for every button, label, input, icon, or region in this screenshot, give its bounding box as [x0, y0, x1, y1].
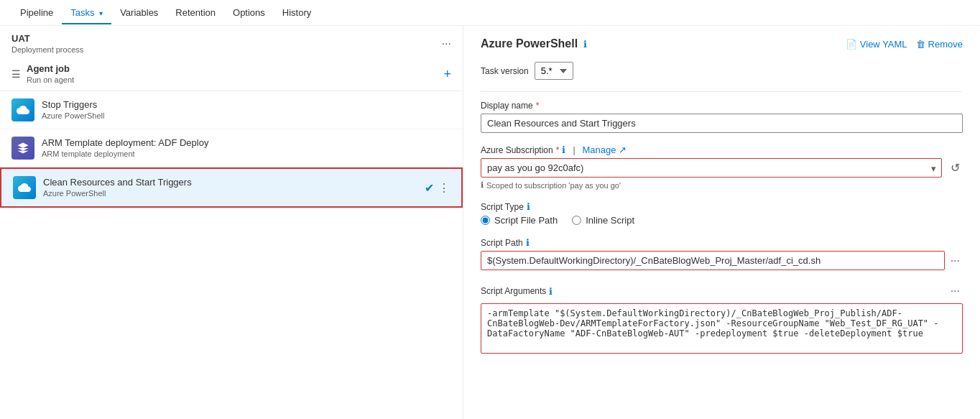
task-version-row: Task version 5.*: [481, 62, 963, 80]
refresh-subscription-button[interactable]: ↺: [948, 160, 963, 176]
task-icon-cloud-2: [13, 176, 36, 199]
script-arguments-textarea[interactable]: -armTemplate "$(System.DefaultWorkingDir…: [481, 303, 963, 354]
left-header: UAT Deployment process ···: [0, 26, 463, 57]
main-content: UAT Deployment process ··· ☰ Agent job R…: [0, 26, 980, 419]
task-item-arm-deploy[interactable]: ARM Template deployment: ADF Deploy ARM …: [0, 129, 463, 167]
nav-retention[interactable]: Retention: [167, 1, 224, 24]
panel-title-row: Azure PowerShell ℹ 📄 View YAML 🗑 Remove: [481, 37, 963, 50]
tasks-dropdown-arrow: ▾: [99, 9, 103, 17]
script-path-input[interactable]: [481, 251, 945, 270]
display-name-input[interactable]: [481, 114, 963, 133]
agent-job-subtitle: Run on agent: [27, 75, 74, 84]
agent-job-title: Agent job: [27, 63, 74, 74]
add-task-button[interactable]: +: [443, 67, 451, 82]
subscription-info-icon[interactable]: ℹ: [562, 144, 565, 155]
subscription-select[interactable]: pay as you go 92c0afc): [481, 158, 942, 178]
script-type-radio-group: Script File Path Inline Script: [481, 215, 963, 226]
deployment-info: UAT Deployment process: [11, 33, 83, 55]
script-type-label: Script Type: [481, 202, 524, 212]
nav-variables[interactable]: Variables: [111, 1, 167, 24]
task-name-clean-resources: Clean Resources and Start Triggers: [43, 177, 192, 188]
yaml-icon: 📄: [846, 39, 857, 50]
subscription-required-marker: *: [556, 145, 560, 155]
right-panel: Azure PowerShell ℹ 📄 View YAML 🗑 Remove …: [463, 26, 980, 419]
task-icon-arm: [11, 137, 34, 160]
script-file-path-label: Script File Path: [494, 215, 558, 226]
script-path-info-icon[interactable]: ℹ: [526, 237, 530, 248]
scoped-info-icon: ℹ: [481, 180, 484, 190]
manage-link[interactable]: Manage ↗: [583, 144, 627, 155]
script-type-group: Script Type ℹ Script File Path Inline Sc…: [481, 201, 963, 226]
external-link-icon: ↗: [619, 144, 627, 155]
task-drag-icon: ⋮: [438, 181, 450, 195]
script-path-group: Script Path ℹ ···: [481, 237, 963, 270]
task-version-label: Task version: [481, 66, 529, 76]
divider-1: [481, 91, 963, 92]
nav-options[interactable]: Options: [224, 1, 274, 24]
task-type-arm-deploy: ARM template deployment: [42, 149, 135, 158]
azure-subscription-label: Azure Subscription: [481, 145, 553, 155]
agent-job-section: ☰ Agent job Run on agent +: [0, 57, 463, 91]
script-arguments-group: Script Arguments ℹ ··· -armTemplate "$(S…: [481, 282, 963, 356]
script-arguments-more-button[interactable]: ···: [948, 282, 963, 300]
left-panel: UAT Deployment process ··· ☰ Agent job R…: [0, 26, 463, 419]
top-navigation: Pipeline Tasks ▾ Variables Retention Opt…: [0, 0, 980, 26]
radio-script-file-path[interactable]: Script File Path: [481, 215, 558, 226]
task-type-clean-resources: Azure PowerShell: [43, 189, 106, 198]
view-yaml-link[interactable]: 📄 View YAML: [846, 39, 907, 50]
script-arguments-info-icon[interactable]: ℹ: [549, 286, 553, 297]
script-path-browse-button[interactable]: ···: [948, 252, 963, 270]
more-options-icon[interactable]: ···: [442, 37, 451, 50]
panel-title: Azure PowerShell: [481, 37, 578, 50]
task-item-stop-triggers[interactable]: Stop Triggers Azure PowerShell: [0, 91, 463, 129]
task-name-stop-triggers: Stop Triggers: [42, 99, 104, 110]
trash-icon: 🗑: [916, 39, 925, 50]
inline-script-label: Inline Script: [586, 215, 634, 226]
task-type-stop-triggers: Azure PowerShell: [42, 111, 104, 120]
display-name-group: Display name *: [481, 101, 963, 133]
scoped-note: ℹ Scoped to subscription 'pay as you go': [481, 180, 963, 190]
remove-link[interactable]: 🗑 Remove: [916, 39, 963, 50]
azure-subscription-group: Azure Subscription * ℹ | Manage ↗ pay as…: [481, 144, 963, 190]
agent-job-icon: ☰: [11, 68, 21, 80]
task-name-arm-deploy: ARM Template deployment: ADF Deploy: [42, 137, 208, 148]
script-type-info-icon[interactable]: ℹ: [527, 201, 530, 212]
nav-pipeline[interactable]: Pipeline: [11, 1, 62, 24]
script-arguments-label: Script Arguments: [481, 286, 546, 296]
radio-inline-script[interactable]: Inline Script: [572, 215, 634, 226]
task-list: Stop Triggers Azure PowerShell ARM Templ…: [0, 91, 463, 419]
task-check-icon: ✔: [425, 181, 434, 195]
task-version-select[interactable]: 5.*: [535, 62, 573, 80]
nav-tasks[interactable]: Tasks ▾: [62, 1, 111, 24]
nav-history[interactable]: History: [274, 1, 320, 24]
task-item-clean-resources[interactable]: Clean Resources and Start Triggers Azure…: [0, 167, 463, 208]
environment-title: UAT: [11, 33, 83, 44]
display-name-label: Display name *: [481, 101, 963, 111]
task-icon-cloud: [11, 98, 34, 121]
script-path-label: Script Path: [481, 238, 523, 248]
panel-info-icon[interactable]: ℹ: [583, 39, 587, 50]
deployment-subtitle: Deployment process: [11, 45, 83, 54]
required-marker: *: [536, 101, 540, 111]
